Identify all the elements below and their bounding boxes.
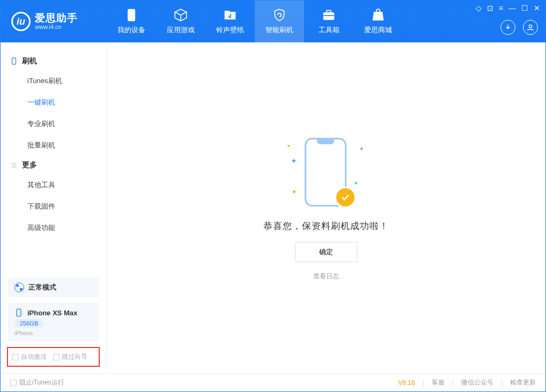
dot-icon (293, 190, 296, 193)
ok-button[interactable]: 确定 (295, 242, 357, 262)
main-content: ✦ ✦ 恭喜您，保资料刷机成功啦！ 确定 查看日志 (107, 42, 545, 373)
window-controls: ◇ ⊡ ≡ — ☐ ✕ (476, 4, 540, 12)
check-badge-icon (335, 187, 356, 208)
success-illustration: ✦ ✦ (283, 135, 369, 210)
svg-rect-6 (17, 309, 21, 316)
success-message: 恭喜您，保资料刷机成功啦！ (263, 220, 389, 232)
sidebar: 刷机 iTunes刷机 一键刷机 专业刷机 批量刷机 更多 其他工具 下载固件 … (1, 42, 107, 373)
device-type: iPhone (14, 330, 92, 336)
mode-label: 正常模式 (28, 283, 56, 292)
options-row: 自动激活 跳过向导 (7, 347, 100, 367)
sidebar-section-flash: 刷机 (1, 52, 106, 70)
dot-icon (287, 145, 290, 147)
cube-icon (174, 8, 188, 22)
tab-apps-games[interactable]: 应用游戏 (156, 1, 205, 42)
sidebar-section-more: 更多 (1, 156, 106, 174)
tab-toolbox[interactable]: 工具箱 (304, 1, 353, 42)
checkbox-block-itunes[interactable]: 阻止iTunes运行 (10, 378, 64, 387)
tab-label: 铃声壁纸 (216, 25, 244, 35)
sidebar-item-batch-flash[interactable]: 批量刷机 (1, 135, 106, 156)
view-log-link[interactable]: 查看日志 (313, 272, 339, 281)
toolbox-icon (322, 8, 336, 22)
device-name: iPhone XS Max (27, 309, 77, 317)
dot-icon (355, 182, 357, 184)
close-button[interactable]: ✕ (534, 4, 540, 12)
footer-link-wechat[interactable]: 微信公众号 (461, 378, 493, 387)
sidebar-item-other-tools[interactable]: 其他工具 (1, 174, 106, 196)
shield-refresh-icon (272, 8, 286, 22)
tab-store[interactable]: 爱思商城 (353, 1, 403, 42)
maximize-button[interactable]: ☐ (521, 4, 528, 12)
tab-my-device[interactable]: 我的设备 (107, 1, 156, 42)
checkbox-auto-activate[interactable]: 自动激活 (12, 352, 47, 361)
top-tabs: 我的设备 应用游戏 铃声壁纸 智能刷机 工具箱 爱思商城 (107, 1, 403, 42)
tab-label: 工具箱 (319, 25, 340, 35)
app-subtitle: www.i4.cn (35, 24, 78, 30)
shirt-icon[interactable]: ◇ (476, 4, 482, 12)
device-capacity: 256GB (14, 319, 43, 328)
footer-link-support[interactable]: 客服 (432, 378, 445, 387)
footer: 阻止iTunes运行 V8.16 | 客服 | 微信公众号 | 检查更新 (1, 373, 545, 391)
app-title: 爱思助手 (35, 13, 78, 24)
svg-rect-0 (128, 9, 135, 21)
sidebar-item-oneclick-flash[interactable]: 一键刷机 (1, 92, 106, 113)
sparkle-icon: ✦ (359, 146, 364, 152)
menu-icon[interactable]: ≡ (499, 4, 503, 12)
app-logo: iu 爱思助手 www.i4.cn (1, 12, 107, 31)
sidebar-item-download-firmware[interactable]: 下载固件 (1, 196, 106, 217)
svg-rect-1 (323, 13, 334, 20)
svg-rect-5 (12, 58, 16, 64)
mode-card[interactable]: 正常模式 (8, 277, 99, 298)
download-button[interactable] (500, 20, 515, 35)
svg-point-4 (529, 25, 532, 27)
tab-flash[interactable]: 智能刷机 (255, 1, 304, 42)
music-folder-icon (223, 8, 237, 22)
tab-label: 爱思商城 (364, 25, 392, 35)
logo-icon: iu (11, 12, 31, 31)
sidebar-item-itunes-flash[interactable]: iTunes刷机 (1, 70, 106, 92)
svg-rect-2 (327, 10, 331, 12)
tab-label: 智能刷机 (265, 25, 293, 35)
mode-icon (14, 283, 24, 292)
header-actions (500, 20, 538, 35)
sparkle-icon: ✦ (291, 157, 297, 165)
bag-icon (371, 8, 385, 22)
tab-ringtones[interactable]: 铃声壁纸 (205, 1, 255, 42)
user-button[interactable] (523, 20, 538, 35)
minimize-button[interactable]: — (508, 4, 516, 12)
footer-link-update[interactable]: 检查更新 (510, 378, 536, 387)
list-icon (10, 161, 18, 169)
version-label: V8.16 (398, 379, 415, 387)
sidebar-item-pro-flash[interactable]: 专业刷机 (1, 113, 106, 135)
device-icon (10, 57, 18, 65)
section-title: 刷机 (22, 56, 37, 66)
tab-label: 我的设备 (117, 25, 145, 35)
phone-icon (14, 308, 23, 317)
tab-label: 应用游戏 (167, 25, 195, 35)
checkbox-skip-guide[interactable]: 跳过向导 (53, 352, 87, 361)
section-title: 更多 (22, 160, 37, 170)
sidebar-item-advanced[interactable]: 高级功能 (1, 217, 106, 239)
device-card[interactable]: iPhone XS Max 256GB iPhone (8, 303, 99, 342)
titlebar: iu 爱思助手 www.i4.cn 我的设备 应用游戏 铃声壁纸 智能刷机 工具… (1, 1, 545, 42)
lock-icon[interactable]: ⊡ (487, 4, 493, 12)
phone-icon (124, 8, 138, 22)
